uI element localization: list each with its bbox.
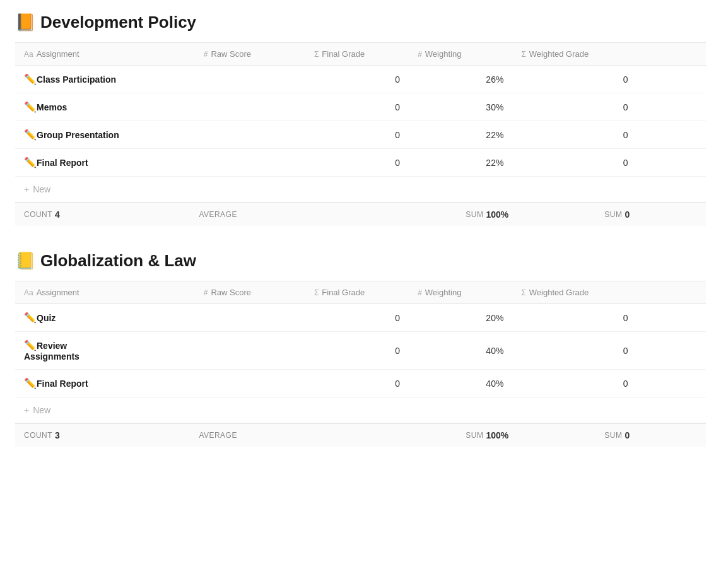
weighting-cell: 22% <box>409 121 512 149</box>
table-row[interactable]: ✏️Final Report022%0 <box>15 149 706 177</box>
new-label: New <box>33 184 50 194</box>
count-label: COUNT <box>24 431 52 440</box>
weighted-grade-cell: 0 <box>512 332 636 370</box>
assignment-cell: ✏️Memos <box>15 93 195 121</box>
final-grade-cell: 0 <box>305 370 409 397</box>
weighted-grade-cell: 0 <box>512 93 636 121</box>
average-label: AVERAGE <box>199 210 237 219</box>
pencil-icon: ✏️ <box>24 312 37 323</box>
new-row[interactable]: +New <box>15 397 706 423</box>
sum-weighted-label: SUM <box>604 431 622 440</box>
final-grade-cell: 0 <box>305 93 409 121</box>
footer-average: AVERAGE <box>199 209 307 220</box>
final-grade-cell: 0 <box>305 66 409 93</box>
section-title-dev-policy: 📙Development Policy <box>15 13 706 32</box>
raw-score-cell[interactable] <box>195 332 305 370</box>
weighting-cell: 20% <box>409 304 512 332</box>
raw-score-cell[interactable] <box>195 121 305 149</box>
table-glob-law: AaAssignment#Raw ScoreΣFinal Grade#Weigh… <box>15 281 706 423</box>
table-row[interactable]: ✏️Class Participation026%0 <box>15 66 706 93</box>
count-label: COUNT <box>24 210 52 219</box>
raw-score-cell[interactable] <box>195 66 305 93</box>
col-icon: Aa <box>24 288 33 297</box>
final-grade-cell: 0 <box>305 121 409 149</box>
col-header-raw-score[interactable]: #Raw Score <box>195 43 305 66</box>
col-icon: # <box>204 50 208 59</box>
table-dev-policy: AaAssignment#Raw ScoreΣFinal Grade#Weigh… <box>15 42 706 203</box>
assignment-name: Final Report <box>37 379 88 389</box>
table-row[interactable]: ✏️Memos030%0 <box>15 93 706 121</box>
col-icon: # <box>418 288 422 297</box>
weighted-grade-cell: 0 <box>512 149 636 177</box>
section-title-text: Globalization & Law <box>40 251 196 271</box>
final-grade-cell: 0 <box>305 332 409 370</box>
pencil-icon: ✏️ <box>24 74 37 85</box>
weighted-grade-cell: 0 <box>512 304 636 332</box>
col-header-weighting[interactable]: #Weighting <box>409 43 512 66</box>
col-icon: Σ <box>521 288 525 297</box>
col-icon: # <box>204 288 208 297</box>
col-header-weighted-grade[interactable]: ΣWeighted Grade <box>512 43 636 66</box>
col-header-assignment[interactable]: AaAssignment <box>15 43 195 66</box>
count-value: 3 <box>55 430 60 440</box>
assignment-cell: ✏️ReviewAssignments <box>15 332 195 370</box>
col-header-weighting[interactable]: #Weighting <box>409 281 512 304</box>
weighting-cell: 40% <box>409 370 512 397</box>
col-icon: Σ <box>521 50 525 59</box>
new-label: New <box>33 405 50 415</box>
sum-weighted-value: 0 <box>624 209 630 220</box>
new-row[interactable]: +New <box>15 177 706 203</box>
final-grade-cell: 0 <box>305 149 409 177</box>
assignment-name: Class Participation <box>37 74 116 85</box>
weighting-cell: 40% <box>409 332 512 370</box>
assignment-name: Group Presentation <box>37 130 119 140</box>
table-row[interactable]: ✏️Final Report040%0 <box>15 370 706 397</box>
table-row[interactable]: ✏️Group Presentation022%0 <box>15 121 706 149</box>
col-header-weighted-grade[interactable]: ΣWeighted Grade <box>512 281 636 304</box>
footer-dev-policy: COUNT 4 AVERAGE SUM 100% SUM 0 <box>15 203 706 226</box>
table-row[interactable]: ✏️ReviewAssignments040%0 <box>15 332 706 370</box>
weighting-cell: 30% <box>409 93 512 121</box>
pencil-icon: ✏️ <box>24 340 37 351</box>
sum-weighting-label: SUM <box>466 210 483 219</box>
col-icon: Σ <box>314 50 319 59</box>
footer-extra <box>630 430 697 440</box>
assignment-cell: ✏️Class Participation <box>15 66 195 93</box>
sum-weighted-value: 0 <box>624 430 630 440</box>
table-row[interactable]: ✏️Quiz020%0 <box>15 304 706 332</box>
section-emoji: 📙 <box>15 13 35 32</box>
footer-weighting-sum: SUM 100% <box>407 430 508 440</box>
weighting-cell: 22% <box>409 149 512 177</box>
footer-count: COUNT 4 <box>24 209 199 220</box>
assignment-cell: ✏️Group Presentation <box>15 121 195 149</box>
weighted-grade-cell: 0 <box>512 370 636 397</box>
col-header-raw-score[interactable]: #Raw Score <box>195 281 305 304</box>
footer-extra <box>630 209 697 220</box>
footer-average: AVERAGE <box>199 430 307 440</box>
section-title-text: Development Policy <box>40 13 196 32</box>
raw-score-cell[interactable] <box>195 304 305 332</box>
sum-weighting-value: 100% <box>486 209 508 220</box>
raw-score-cell[interactable] <box>195 93 305 121</box>
assignment-cell: ✏️Final Report <box>15 370 195 397</box>
pencil-icon: ✏️ <box>24 129 37 140</box>
col-header-final-grade[interactable]: ΣFinal Grade <box>305 43 409 66</box>
pencil-icon: ✏️ <box>24 378 37 389</box>
footer-final-grade <box>307 209 407 220</box>
section-emoji: 📒 <box>15 251 35 271</box>
col-icon: # <box>418 50 422 59</box>
sum-weighting-value: 100% <box>486 430 508 440</box>
average-label: AVERAGE <box>199 431 237 440</box>
footer-count: COUNT 3 <box>24 430 199 440</box>
col-icon: Aa <box>24 50 33 59</box>
raw-score-cell[interactable] <box>195 370 305 397</box>
col-header-final-grade[interactable]: ΣFinal Grade <box>305 281 409 304</box>
col-header-assignment[interactable]: AaAssignment <box>15 281 195 304</box>
assignment-name: Memos <box>37 102 67 112</box>
final-grade-cell: 0 <box>305 304 409 332</box>
sum-weighted-label: SUM <box>604 210 622 219</box>
footer-weighted-sum: SUM 0 <box>508 430 630 440</box>
pencil-icon: ✏️ <box>24 157 37 168</box>
raw-score-cell[interactable] <box>195 149 305 177</box>
footer-weighted-sum: SUM 0 <box>508 209 630 220</box>
